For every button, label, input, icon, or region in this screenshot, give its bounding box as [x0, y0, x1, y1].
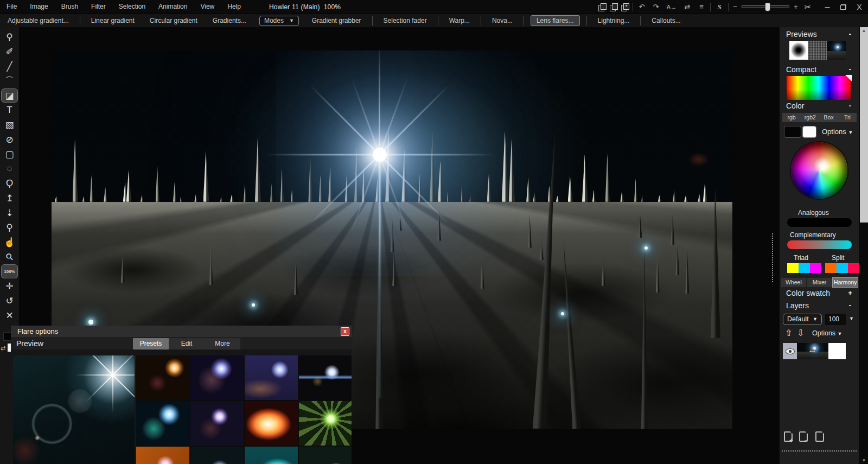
color-options-dropdown[interactable]: Options ▼ — [822, 128, 853, 136]
rect-select-tool[interactable]: ▢ — [2, 148, 17, 161]
color-wheel[interactable] — [791, 142, 847, 199]
restore-button[interactable] — [840, 4, 846, 10]
tab-edit[interactable]: Edit — [169, 338, 205, 349]
warp-button[interactable]: Warp... — [442, 14, 477, 28]
lens-flares-button[interactable]: Lens flares... — [531, 15, 580, 26]
undo-icon[interactable]: ↶ — [636, 3, 647, 11]
dialog-titlebar[interactable]: Flare options x — [11, 326, 352, 338]
compact-collapse-button[interactable]: - — [846, 65, 854, 73]
complementary-swatch-bar[interactable] — [787, 240, 852, 249]
tab-harmony[interactable]: Harmony — [833, 278, 858, 287]
magnifier-tool[interactable]: ⚲ — [0, 246, 20, 266]
zoom-slider-thumb[interactable] — [765, 3, 770, 11]
current-color-swatch[interactable] — [3, 332, 11, 341]
zoom-out-icon[interactable]: − — [732, 3, 738, 11]
layer-move-down-button[interactable]: ⇩ — [797, 328, 804, 338]
menu-brush[interactable]: Brush — [55, 0, 85, 14]
flare-preset[interactable] — [136, 447, 189, 464]
nova-button[interactable]: Nova... — [484, 14, 520, 28]
compact-color-picker[interactable] — [787, 76, 851, 100]
text-arrow-icon[interactable]: A→ — [665, 4, 679, 10]
curve-tool[interactable]: ⌒ — [2, 74, 17, 87]
zoom-in-icon[interactable]: + — [793, 3, 799, 11]
scene-preview-thumbnail[interactable] — [827, 41, 846, 60]
tab-box[interactable]: Box — [820, 113, 838, 122]
close-button[interactable]: X — [854, 3, 865, 11]
tab-presets[interactable]: Presets — [133, 338, 169, 349]
triad-swatches[interactable] — [787, 263, 821, 273]
split-swatch-3[interactable] — [848, 263, 859, 273]
selection-fader-button[interactable]: Selection fader — [376, 14, 435, 28]
color-collapse-button[interactable]: - — [846, 101, 854, 110]
swap-icon[interactable]: ⇄ — [682, 3, 693, 11]
triad-swatch-1[interactable] — [787, 263, 799, 273]
split-swatch-1[interactable] — [825, 263, 837, 273]
copy-buffer-icon[interactable] — [598, 3, 607, 11]
flare-preset[interactable] — [190, 401, 244, 446]
circular-gradient-button[interactable]: Circular gradient — [142, 14, 205, 28]
menu-animation[interactable]: Animation — [152, 0, 194, 14]
scroll-up-icon[interactable]: ▲ — [860, 28, 868, 33]
opacity-dropdown-icon[interactable]: ▼ — [849, 316, 854, 321]
new-layer-icon[interactable] — [815, 431, 824, 442]
flare-preset[interactable] — [136, 401, 189, 446]
dropper-tool[interactable]: ⚲ — [2, 221, 17, 234]
flare-preview[interactable] — [13, 355, 135, 464]
dialog-close-button[interactable]: x — [341, 327, 349, 336]
ellipse-select-tool[interactable]: ◌ — [2, 162, 17, 175]
layers-collapse-button[interactable]: - — [846, 301, 854, 309]
triad-swatch-2[interactable] — [799, 263, 810, 273]
text-tool[interactable]: T — [2, 104, 17, 117]
gradients-button[interactable]: Gradients... — [205, 14, 254, 28]
flare-preset[interactable] — [190, 355, 244, 400]
panel-drag-handle[interactable] — [772, 233, 773, 282]
add-buffer-icon[interactable] — [621, 3, 629, 11]
scrollbar-thumb[interactable] — [860, 27, 868, 223]
tab-mixer[interactable]: Mixer — [807, 278, 832, 287]
redo-icon[interactable]: ↷ — [650, 3, 661, 11]
tab-rgb2[interactable]: rgb2 — [801, 113, 819, 122]
zoom-100-tool[interactable]: 100% — [2, 265, 17, 278]
previews-collapse-button[interactable]: - — [846, 30, 854, 38]
layer-move-up-button[interactable]: ⇧ — [785, 328, 792, 338]
secondary-color-swatch[interactable] — [802, 126, 816, 138]
scroll-down-icon[interactable]: ▼ — [860, 458, 868, 463]
tab-rgb[interactable]: rgb — [782, 113, 801, 122]
zoom-slider[interactable] — [742, 5, 789, 8]
transform-tool[interactable]: ▧ — [2, 118, 17, 131]
layers-options-dropdown[interactable]: Options ▼ — [812, 329, 843, 337]
minimize-button[interactable]: – — [822, 2, 833, 12]
rotate-tool[interactable]: ↺ — [2, 294, 17, 307]
menu-file[interactable]: File — [0, 0, 23, 14]
panel-scrollbar[interactable]: ▲ ▼ — [860, 27, 868, 464]
menu-image[interactable]: Image — [23, 0, 54, 14]
callouts-button[interactable]: Callouts... — [644, 14, 688, 28]
gradient-grabber-button[interactable]: Gradient grabber — [304, 14, 369, 28]
layer-visibility-cell[interactable] — [783, 343, 797, 359]
menu-help[interactable]: Help — [221, 0, 247, 14]
flare-preset[interactable] — [299, 401, 352, 446]
lines-icon[interactable]: ≡ — [696, 3, 707, 11]
flare-preset[interactable] — [245, 447, 298, 464]
unpin-tool[interactable]: ✕ — [2, 309, 17, 322]
modes-dropdown[interactable]: Modes ▼ — [259, 16, 299, 26]
layer-blend-mode-dropdown[interactable]: Default ▼ — [783, 314, 822, 325]
flare-preset[interactable] — [245, 401, 298, 446]
flare-preset[interactable] — [299, 447, 352, 464]
flare-preset[interactable] — [136, 355, 189, 400]
move-tool[interactable]: ✛ — [2, 279, 17, 293]
menu-selection[interactable]: Selection — [112, 0, 152, 14]
gradient-fill-tool[interactable]: ◪ — [2, 89, 17, 102]
flare-preset[interactable] — [245, 355, 298, 400]
layer-opacity-field[interactable]: 100 — [825, 314, 846, 325]
script-icon[interactable]: S — [714, 3, 725, 11]
lasso-tool[interactable]: Ϙ — [2, 177, 17, 190]
primary-color-swatch[interactable] — [784, 126, 801, 138]
flare-preset[interactable] — [299, 355, 352, 400]
color-swatch-expand-button[interactable]: + — [846, 289, 854, 297]
texture-preview-thumbnail[interactable] — [808, 41, 827, 60]
analogous-swatch-bar[interactable] — [787, 218, 852, 227]
tab-more[interactable]: More — [205, 338, 240, 349]
brush-preview-thumbnail[interactable] — [789, 41, 808, 60]
tab-tri[interactable]: Tri — [838, 113, 857, 122]
